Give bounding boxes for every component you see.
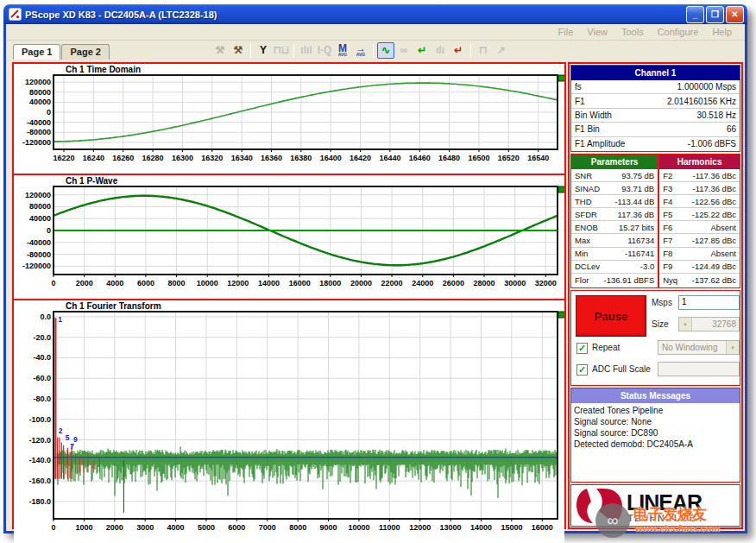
svg-text:80000: 80000 <box>29 202 51 211</box>
menu-item-tools[interactable]: Tools <box>615 26 650 38</box>
collect-waveform-icon[interactable]: ∿ <box>377 42 394 59</box>
svg-text:5000: 5000 <box>198 523 215 532</box>
svg-text:30000: 30000 <box>504 279 526 287</box>
menu-item-view[interactable]: View <box>581 26 614 38</box>
row-label: DCLev <box>575 262 600 271</box>
svg-text:80000: 80000 <box>29 88 51 97</box>
svg-text:5: 5 <box>66 433 70 442</box>
svg-text:12000: 12000 <box>409 523 431 532</box>
channel-panel-header: Channel 1 <box>571 66 740 80</box>
iq-demod-icon[interactable]: I·Q <box>316 42 333 59</box>
svg-text:Ch 1 P-Wave: Ch 1 P-Wave <box>66 176 118 186</box>
menu-item-help[interactable]: Help <box>706 26 738 38</box>
svg-text:-60.0: -60.0 <box>33 374 51 382</box>
row-value: -1.006 dBFS <box>688 139 736 148</box>
m-average-icon[interactable]: MAVG <box>334 42 351 59</box>
row-label: fs <box>575 82 582 92</box>
repeat-checkbox[interactable]: ✓ <box>576 343 588 354</box>
repeat-label: Repeat <box>592 343 620 352</box>
svg-text:9: 9 <box>73 435 78 444</box>
menu-item-file[interactable]: File <box>552 26 580 38</box>
svg-text:8000: 8000 <box>289 523 306 532</box>
histogram-link-icon[interactable]: ılı <box>432 42 449 59</box>
fourier-transform-chart[interactable]: 1257901000200030004000500060007000800090… <box>14 300 564 540</box>
svg-text:14000: 14000 <box>258 279 280 287</box>
row-label: F3 <box>663 184 672 193</box>
windowing-dropdown[interactable]: No Windowing ▼ <box>658 340 740 355</box>
svg-text:16260: 16260 <box>112 154 134 162</box>
title-bar[interactable]: PScope XD K83 - DC2405A-A (LTC2328-18) _… <box>3 4 747 24</box>
probe-tools-icon[interactable]: ⚒ <box>211 42 229 59</box>
collect-step-icon[interactable]: ↵ <box>413 42 431 59</box>
histogram-icon[interactable]: ılıl <box>298 42 315 59</box>
svg-text:6000: 6000 <box>137 279 154 287</box>
size-dropdown-arrow-icon[interactable]: ▼ <box>679 318 692 331</box>
row-value: 117.36 dB <box>618 210 655 219</box>
y-splitter-icon[interactable]: Y <box>255 42 272 59</box>
demod-step-icon[interactable]: ↵ <box>450 42 467 59</box>
table-row: F12.014160156 KHz <box>571 94 740 108</box>
tab-page-1[interactable]: Page 1 <box>13 44 60 60</box>
row-value: 30.518 Hz <box>696 110 736 120</box>
svg-text:-80000: -80000 <box>27 128 51 136</box>
svg-text:16340: 16340 <box>231 154 253 162</box>
menu-item-configure[interactable]: Configure <box>652 26 705 38</box>
row-label: F8 <box>663 249 672 258</box>
square-wave-icon[interactable]: ⊓⊔ <box>273 42 290 59</box>
windowing-dropdown-arrow-icon[interactable]: ▼ <box>726 341 739 354</box>
table-row: SFDR117.36 dB <box>571 208 658 221</box>
row-value: -122.56 dBc <box>692 197 736 206</box>
row-label: F7 <box>663 236 672 245</box>
menu-bar: FileViewToolsConfigureHelp <box>6 24 745 41</box>
row-label: F6 <box>663 223 672 232</box>
row-value: 116734 <box>627 236 654 245</box>
minimize-button[interactable]: _ <box>686 6 704 23</box>
size-value: 32768 <box>692 319 739 329</box>
time-domain-chart[interactable]: 1622016240162601628016300163201634016360… <box>14 64 564 170</box>
svg-text:16420: 16420 <box>350 154 371 162</box>
svg-text:18000: 18000 <box>319 279 341 287</box>
pause-button[interactable]: Pause <box>576 295 646 337</box>
msps-input[interactable]: 1 <box>678 295 740 310</box>
continuous-average-icon[interactable]: →AVG <box>352 42 369 59</box>
single-pulse-icon[interactable]: ⊓ <box>475 42 492 59</box>
fft-plot: 1257901000200030004000500060007000800090… <box>14 300 564 543</box>
svg-text:0: 0 <box>51 523 55 532</box>
linear-technology-logo: LINEAR TECHNOLOGY <box>575 486 737 526</box>
status-messages-body: Created Tones PipelineSignal source: Non… <box>571 403 740 451</box>
status-line: Signal source: None <box>574 416 737 427</box>
export-plot-icon[interactable]: ↗ <box>493 42 510 59</box>
tab-page-2[interactable]: Page 2 <box>61 44 109 60</box>
hammer-setup-icon[interactable]: ⚒ <box>230 42 247 59</box>
toolbar-divider <box>373 44 374 58</box>
svg-text:-120.0: -120.0 <box>28 436 51 445</box>
svg-text:-120000: -120000 <box>22 262 51 270</box>
pscope-window: PScope XD K83 - DC2405A-A (LTC2328-18) _… <box>3 4 747 534</box>
svg-text:0: 0 <box>47 108 51 117</box>
link-icon[interactable]: ∞ <box>395 42 413 59</box>
row-label: Nyq <box>663 275 677 285</box>
svg-text:24000: 24000 <box>412 279 433 287</box>
adc-full-scale-field[interactable] <box>658 362 740 376</box>
row-label: F1 <box>575 97 585 106</box>
svg-text:4000: 4000 <box>167 523 185 532</box>
status-messages-panel: Status Messages Created Tones PipelineSi… <box>570 388 740 483</box>
channel-panel: Channel 1 fs1.000000 MspsF12.014160156 K… <box>570 65 740 152</box>
row-label: F5 <box>663 210 672 219</box>
svg-text:-140.0: -140.0 <box>28 456 51 464</box>
window-title: PScope XD K83 - DC2405A-A (LTC2328-18) <box>25 9 686 20</box>
adc-full-scale-checkbox[interactable]: ✓ <box>576 364 588 376</box>
svg-text:-80000: -80000 <box>27 250 51 259</box>
size-dropdown[interactable]: ▼ 32768 <box>678 317 740 331</box>
svg-text:-40.0: -40.0 <box>33 353 51 362</box>
row-value: 1.000000 Msps <box>677 82 736 92</box>
maximize-button[interactable]: ❐ <box>706 6 724 23</box>
p-wave-chart[interactable]: 0200040006000800010000120001400016000180… <box>14 175 564 295</box>
row-label: F1 Amplitude <box>575 139 625 148</box>
table-row: F7-127.85 dBc <box>659 234 740 247</box>
table-row: Max116734 <box>571 234 658 247</box>
table-row: F6Absent <box>659 221 740 234</box>
table-row: F9-124.49 dBc <box>659 261 740 274</box>
svg-text:-100.0: -100.0 <box>28 415 51 424</box>
close-button[interactable]: ✕ <box>726 6 744 23</box>
